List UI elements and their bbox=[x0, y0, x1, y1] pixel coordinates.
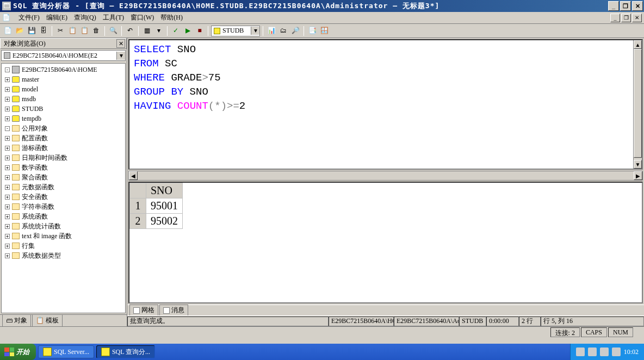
dropdown-icon[interactable]: ▾ bbox=[153, 26, 164, 36]
menu-edit[interactable]: 编辑(E) bbox=[43, 12, 71, 23]
dropdown-icon[interactable]: ▾ bbox=[116, 52, 125, 60]
tab-objects[interactable]: 🗃对象 bbox=[2, 314, 31, 327]
tab-grid[interactable]: 网格 bbox=[129, 305, 158, 316]
expand-icon[interactable]: + bbox=[5, 234, 10, 239]
scroll-down-icon[interactable]: ▼ bbox=[634, 160, 642, 169]
tray-icon[interactable] bbox=[588, 347, 597, 356]
expand-icon[interactable]: + bbox=[5, 107, 10, 111]
maximize-button[interactable]: ❐ bbox=[620, 1, 631, 11]
expand-icon[interactable]: + bbox=[5, 214, 10, 219]
stop-button[interactable]: ■ bbox=[194, 26, 205, 36]
expand-icon[interactable]: + bbox=[5, 195, 10, 200]
cut-button[interactable]: ✂ bbox=[55, 26, 66, 36]
menu-tools[interactable]: 工具(T) bbox=[100, 12, 127, 23]
object-browser-close[interactable]: ✕ bbox=[116, 39, 125, 48]
tree-folder-item[interactable]: +元数据函数 bbox=[3, 182, 124, 192]
scroll-track[interactable] bbox=[138, 171, 634, 180]
tree-folder-item[interactable]: +安全函数 bbox=[3, 192, 124, 202]
query-editor[interactable]: SELECT SNO FROM SC WHERE GRADE>75 GROUP … bbox=[128, 39, 643, 170]
expand-icon[interactable]: + bbox=[5, 97, 10, 102]
expand-icon[interactable]: + bbox=[5, 185, 10, 190]
expand-icon[interactable]: + bbox=[5, 146, 10, 151]
taskbar-item[interactable]: SQL Server... bbox=[38, 345, 94, 358]
mdi-close[interactable]: ✕ bbox=[632, 14, 642, 22]
table-row[interactable]: 295002 bbox=[130, 214, 183, 229]
save-all-button[interactable]: 🗄 bbox=[38, 26, 49, 36]
table-cell[interactable]: 95002 bbox=[146, 214, 183, 229]
tree-db-item[interactable]: +STUDB bbox=[3, 104, 124, 114]
system-tray[interactable]: 10:02 bbox=[570, 344, 644, 360]
tree-folder-item[interactable]: +text 和 image 函数 bbox=[3, 231, 124, 241]
paste-button[interactable]: 📋 bbox=[79, 26, 90, 36]
tree-folder-item[interactable]: +系统函数 bbox=[3, 212, 124, 221]
database-combo[interactable]: STUDB ▾ bbox=[211, 26, 260, 36]
expand-icon[interactable]: + bbox=[5, 253, 10, 258]
tray-icon[interactable] bbox=[612, 347, 621, 356]
editor-vscroll[interactable]: ▲ ▼ bbox=[633, 40, 642, 169]
results-grid[interactable]: SNO195001295002 bbox=[128, 182, 643, 303]
collapse-icon[interactable]: - bbox=[5, 67, 10, 72]
mdi-minimize[interactable]: _ bbox=[610, 14, 620, 22]
tree-folder-item[interactable]: +配置函数 bbox=[3, 133, 124, 143]
clock[interactable]: 10:02 bbox=[624, 348, 639, 356]
expand-icon[interactable]: + bbox=[5, 136, 10, 141]
menu-file[interactable]: 文件(F) bbox=[15, 12, 43, 23]
scroll-thumb[interactable] bbox=[634, 49, 642, 158]
open-button[interactable]: 📂 bbox=[14, 26, 25, 36]
tab-templates[interactable]: 📋模板 bbox=[32, 314, 63, 327]
tree-folder-item[interactable]: +系统统计函数 bbox=[3, 221, 124, 231]
tab-message[interactable]: 消息 bbox=[159, 305, 188, 316]
tree-folder-item[interactable]: +行集 bbox=[3, 241, 124, 251]
scroll-left-icon[interactable]: ◀ bbox=[129, 171, 138, 180]
expand-icon[interactable]: + bbox=[5, 244, 10, 249]
menu-help[interactable]: 帮助(H) bbox=[157, 12, 186, 23]
copy-button[interactable]: 📋 bbox=[67, 26, 78, 36]
expand-icon[interactable]: + bbox=[5, 165, 10, 170]
execute-mode-button[interactable]: ▦ bbox=[141, 26, 152, 36]
new-button[interactable]: 📄 bbox=[2, 26, 13, 36]
expand-icon[interactable]: + bbox=[5, 87, 10, 92]
server-combo[interactable]: E29BC7215B0640A\HOME(E2 ▾ bbox=[1, 50, 126, 61]
tree-folder-item[interactable]: +日期和时间函数 bbox=[3, 153, 124, 163]
tree-folder-item[interactable]: +系统数据类型 bbox=[3, 251, 124, 260]
estimated-plan-button[interactable]: 📊 bbox=[266, 26, 277, 36]
options-button[interactable]: 📑 bbox=[307, 26, 318, 36]
undo-button[interactable]: ↶ bbox=[125, 26, 135, 36]
tree-db-item[interactable]: +msdb bbox=[3, 94, 124, 104]
tree-folder-item[interactable]: +字符串函数 bbox=[3, 202, 124, 212]
window-button[interactable]: 🪟 bbox=[319, 26, 330, 36]
query-text[interactable]: SELECT SNO FROM SC WHERE GRADE>75 GROUP … bbox=[129, 40, 642, 115]
object-search-button[interactable]: 🔎 bbox=[290, 26, 301, 36]
execute-button[interactable]: ▶ bbox=[182, 26, 193, 36]
mdi-restore[interactable]: ❐ bbox=[621, 14, 631, 22]
clear-button[interactable]: 🗑 bbox=[91, 26, 102, 36]
scroll-right-icon[interactable]: ▶ bbox=[634, 171, 642, 180]
table-cell[interactable]: 95001 bbox=[146, 198, 183, 214]
tree-folder-item[interactable]: +聚合函数 bbox=[3, 172, 124, 182]
expand-icon[interactable]: + bbox=[5, 77, 10, 82]
object-tree[interactable]: -E29BC7215B0640A\HOME +master +model +ms… bbox=[1, 63, 126, 313]
minimize-button[interactable]: _ bbox=[608, 1, 619, 11]
close-button[interactable]: ✕ bbox=[632, 1, 643, 11]
expand-icon[interactable]: + bbox=[5, 116, 10, 121]
tree-folder-item[interactable]: +数学函数 bbox=[3, 163, 124, 172]
parse-button[interactable]: ✓ bbox=[170, 26, 181, 36]
menu-window[interactable]: 窗口(W) bbox=[127, 12, 157, 23]
row-number[interactable]: 1 bbox=[130, 198, 146, 214]
find-button[interactable]: 🔍 bbox=[108, 26, 119, 36]
expand-icon[interactable]: + bbox=[5, 156, 10, 160]
menu-query[interactable]: 查询(Q) bbox=[71, 12, 100, 23]
tray-icon[interactable] bbox=[600, 347, 609, 356]
collapse-icon[interactable]: - bbox=[5, 126, 10, 131]
expand-icon[interactable]: + bbox=[5, 204, 10, 209]
column-header[interactable]: SNO bbox=[146, 183, 183, 198]
tree-db-item[interactable]: +model bbox=[3, 84, 124, 94]
table-row[interactable]: 195001 bbox=[130, 198, 183, 214]
tree-db-item[interactable]: +tempdb bbox=[3, 114, 124, 123]
save-button[interactable]: 💾 bbox=[26, 26, 37, 36]
taskbar-item-active[interactable]: SQL 查询分... bbox=[96, 345, 155, 358]
object-browser-button[interactable]: 🗂 bbox=[278, 26, 289, 36]
tree-common[interactable]: -公用对象 bbox=[3, 123, 124, 133]
row-number[interactable]: 2 bbox=[130, 214, 146, 229]
dropdown-icon[interactable]: ▾ bbox=[251, 27, 259, 35]
